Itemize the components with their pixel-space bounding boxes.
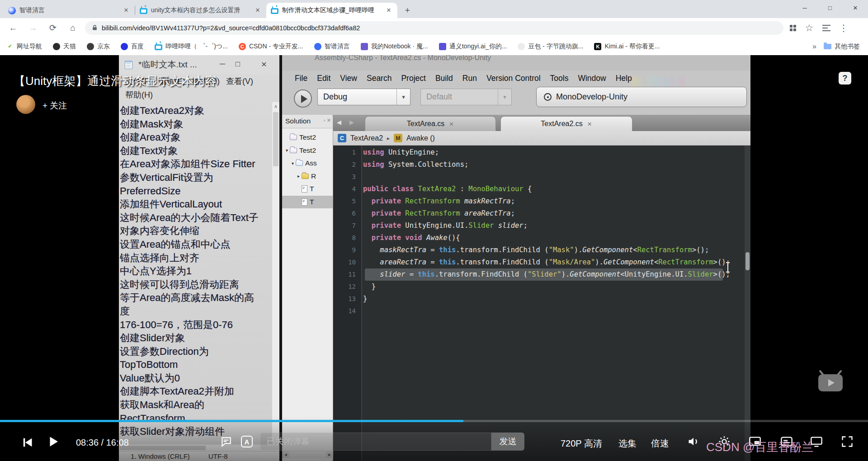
uploader-avatar[interactable] xyxy=(16,95,35,114)
back-icon[interactable]: ← xyxy=(6,23,20,33)
reading-list-icon[interactable] xyxy=(822,25,830,31)
ide-menu-item: Run xyxy=(462,74,477,83)
method-icon: M xyxy=(394,134,402,142)
window-close-button[interactable]: ✕ xyxy=(843,0,868,16)
bookmark-item[interactable]: 我的Notebook · 魔... xyxy=(361,42,428,51)
reload-icon[interactable]: ⟳ xyxy=(46,23,60,33)
tab-strip: 智谱清言 ✕ unity文本框内容过多怎么设置滑 ✕ 制作滑动文本区域步骤_哔哩… xyxy=(0,0,868,18)
code-line xyxy=(363,171,744,183)
bookmark-item[interactable]: 豆包 - 字节跳动旗... xyxy=(518,42,583,51)
tab-title: unity文本框内容过多怎么设置滑 xyxy=(151,6,250,14)
episodes-button[interactable]: 选集 xyxy=(618,437,637,450)
bookmark-star-icon[interactable]: ☆ xyxy=(802,23,816,33)
notepad-text-line: 创建脚本TextArea2并附加 xyxy=(120,385,271,398)
notepad-text-line: 创建Mask对象 xyxy=(120,118,271,131)
danmaku-input-box[interactable] xyxy=(260,433,491,451)
browser-tab-zhipu[interactable]: 智谱清言 ✕ xyxy=(4,3,135,18)
window-maximize-button[interactable]: □ xyxy=(817,0,843,16)
close-tab-icon[interactable]: ✕ xyxy=(254,6,262,14)
bookmark-item[interactable]: 智谱清言 xyxy=(314,42,350,51)
editor-scrollbar xyxy=(745,146,750,461)
bookmark-item[interactable]: CCSDN - 专业开发... xyxy=(239,42,303,51)
chevron-down-icon: ▾ xyxy=(498,89,511,105)
bookmark-item[interactable]: KKimi.ai - 帮你看更... xyxy=(594,42,660,51)
tree-item-label: T xyxy=(310,198,314,206)
tree-expanded-icon: ▾ xyxy=(284,148,290,153)
folder-icon xyxy=(290,148,297,153)
bookmarks-overflow-icon[interactable]: » xyxy=(812,42,816,51)
forward-icon[interactable]: → xyxy=(26,23,40,33)
scroll-up-icon: ∧ xyxy=(272,102,279,109)
code-line: areaRectTra = this.transform.FindChild (… xyxy=(363,256,744,268)
time-display: 08:36 / 16:08 xyxy=(76,437,129,448)
new-tab-button[interactable]: ＋ xyxy=(401,4,414,16)
code-line: private RectTransform areaRectTra; xyxy=(363,207,744,220)
fullscreen-icon[interactable] xyxy=(841,435,854,448)
address-bar[interactable]: bilibili.com/video/BV1Wv411377U?p=2&vd_s… xyxy=(85,21,783,35)
follow-button[interactable]: + 关注 xyxy=(42,100,67,112)
breadcrumb-separator-icon: ▸ xyxy=(387,135,390,141)
other-bookmarks-button[interactable]: 其他书签 xyxy=(824,42,860,51)
window-minimize-button[interactable]: ─ xyxy=(792,0,817,16)
menu-kebab-icon[interactable]: ⋮ xyxy=(837,23,850,33)
bilibili-float-icon[interactable] xyxy=(816,370,844,393)
bookmark-item[interactable]: 哔哩哔哩（ ゜-゜)つ... xyxy=(155,42,228,51)
notepad-close-icon: × xyxy=(259,59,269,70)
folder-icon xyxy=(296,160,303,166)
apps-grid-icon[interactable] xyxy=(790,25,796,31)
line-number: 1 xyxy=(333,146,361,159)
line-number: 6 xyxy=(333,207,361,220)
notepad-text-line: 对象内容变化伸缩 xyxy=(120,224,271,238)
ide-menubar: FileEditViewSearchProjectBuildRunVersion… xyxy=(295,71,632,85)
danmaku-send-button[interactable]: 发送 xyxy=(491,433,524,451)
speed-button[interactable]: 倍速 xyxy=(651,437,669,450)
close-tab-icon[interactable]: ✕ xyxy=(385,6,393,14)
notepad-titlebar: *临时文本.txt ... ─ □ × xyxy=(119,55,279,74)
tab-close-icon: ✕ xyxy=(449,121,454,127)
notepad-text-line: 锚点选择向上对齐 xyxy=(120,251,271,265)
line-number: 13 xyxy=(333,293,361,305)
code-line: private RectTransform maskRectTra; xyxy=(363,195,744,207)
panel-pin-close-icons: ▫ ✕ xyxy=(324,118,331,123)
progress-bar[interactable] xyxy=(0,420,868,422)
prev-episode-icon[interactable] xyxy=(21,436,33,449)
danmaku-input[interactable] xyxy=(260,433,491,450)
video-player[interactable]: *临时文本.txt ... ─ □ × 文件(F)编辑(E)格式(O)查看(V)… xyxy=(0,55,868,461)
bookmark-item[interactable]: 百度 xyxy=(121,42,144,51)
bookmark-item[interactable]: ✔网址导航 xyxy=(6,42,42,51)
code-line: } xyxy=(363,281,744,293)
notepad-text-line: 添加组件VerticalLayout xyxy=(120,198,271,211)
video-frame-recording: *临时文本.txt ... ─ □ × 文件(F)编辑(E)格式(O)查看(V)… xyxy=(119,55,750,461)
volume-icon[interactable] xyxy=(687,435,700,448)
line-number: 10 xyxy=(333,256,361,268)
bookmark-item[interactable]: 通义tongyi.ai_你的... xyxy=(439,42,507,51)
line-number: 4 xyxy=(333,183,361,195)
danmaku-settings-icon[interactable] xyxy=(220,436,232,447)
browser-tab-active-video[interactable]: 制作滑动文本区域步骤_哔哩哔哩 ✕ xyxy=(266,3,397,18)
zhipu-favicon-icon xyxy=(8,7,16,14)
notepad-text-line: Value默认为0 xyxy=(120,372,271,385)
notepad-text-line: 创建Text对象 xyxy=(120,144,271,158)
line-number: 14 xyxy=(333,305,361,317)
play-button-icon[interactable] xyxy=(47,435,60,448)
editor-breadcrumb: C TextArea2 ▸ M Awake () xyxy=(333,131,750,146)
bookmark-favicon-icon xyxy=(121,43,128,50)
browser-tab-unity-search[interactable]: unity文本框内容过多怎么设置滑 ✕ xyxy=(135,3,266,18)
tab-close-icon: ✕ xyxy=(587,121,592,127)
bookmarks-right: » 其他书签 xyxy=(812,42,860,51)
danmaku-style-icon[interactable]: A xyxy=(241,436,253,447)
recorded-monodevelop-window: Assembly-CSharp - TextArea2.cs - MonoDev… xyxy=(279,55,750,461)
notepad-minimize-icon: ─ xyxy=(217,59,227,70)
url-text: bilibili.com/video/BV1Wv411377U?p=2&vd_s… xyxy=(102,24,360,32)
help-button[interactable]: ? xyxy=(839,72,851,85)
bookmark-item[interactable]: 天猫 xyxy=(53,42,76,51)
quality-button[interactable]: 720P 高清 xyxy=(561,437,602,450)
bookmark-favicon-icon xyxy=(439,43,446,50)
home-icon[interactable]: ⌂ xyxy=(66,23,80,33)
close-tab-icon[interactable]: ✕ xyxy=(122,6,130,14)
code-gutter: 1234567891011121314 xyxy=(333,146,362,461)
bookmarks-list: ✔网址导航天猫京东百度哔哩哔哩（ ゜-゜)つ...CCSDN - 专业开发...… xyxy=(6,42,660,51)
class-icon: C xyxy=(338,134,346,142)
bookmark-item[interactable]: 京东 xyxy=(87,42,110,51)
notepad-app-icon xyxy=(125,61,132,69)
